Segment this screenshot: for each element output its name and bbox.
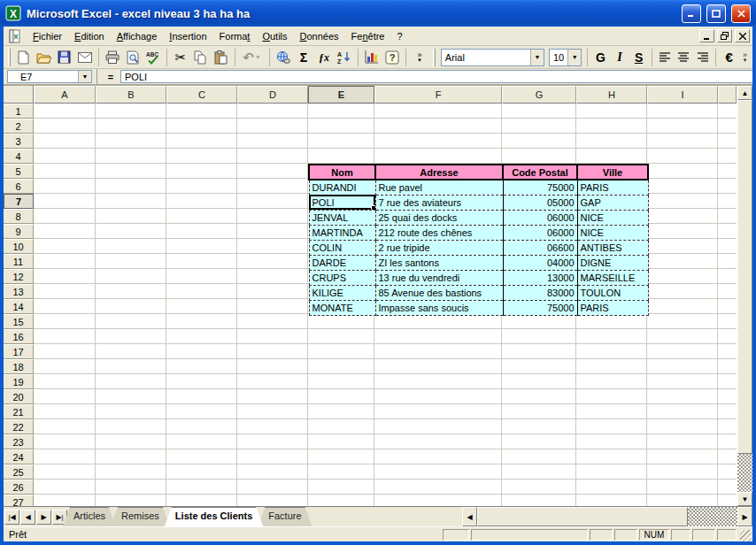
menu-affichage[interactable]: Affichage bbox=[111, 28, 164, 44]
font-size-dropdown-icon[interactable]: ▼ bbox=[567, 50, 581, 65]
cell[interactable]: MARTINDA bbox=[309, 225, 375, 240]
cell[interactable]: GAP bbox=[577, 195, 648, 210]
standard-toolbar-handle[interactable] bbox=[8, 49, 11, 66]
menu-?[interactable]: ? bbox=[391, 28, 409, 44]
font-name-combo[interactable]: Arial ▼ bbox=[441, 49, 544, 66]
hyperlink-icon[interactable] bbox=[274, 48, 293, 67]
help-icon[interactable]: ? bbox=[382, 48, 402, 67]
close-button[interactable] bbox=[731, 4, 751, 23]
row-header-5[interactable]: 5 bbox=[4, 164, 34, 179]
formatting-more-icon[interactable]: »▼ bbox=[739, 48, 751, 67]
function-icon[interactable]: ƒx bbox=[314, 48, 334, 67]
cell[interactable]: DIGNE bbox=[577, 255, 648, 270]
chart-icon[interactable] bbox=[362, 48, 382, 67]
row-header-7[interactable]: 7 bbox=[4, 194, 34, 209]
column-header-h[interactable]: H bbox=[576, 86, 647, 104]
row-header-1[interactable]: 1 bbox=[4, 104, 34, 119]
cell[interactable]: 06000 bbox=[503, 210, 577, 225]
horizontal-scroll-thumb[interactable] bbox=[477, 507, 688, 526]
cell[interactable]: POLI bbox=[309, 195, 375, 210]
horizontal-scroll-track[interactable] bbox=[688, 507, 737, 526]
row-header-6[interactable]: 6 bbox=[4, 179, 34, 194]
cell[interactable]: 75000 bbox=[503, 300, 577, 315]
row-header-15[interactable]: 15 bbox=[4, 314, 34, 329]
scroll-right-icon[interactable]: ▶ bbox=[737, 507, 752, 526]
table-header-ville[interactable]: Ville bbox=[577, 165, 648, 180]
first-sheet-icon[interactable]: |◀ bbox=[4, 510, 19, 525]
row-header-25[interactable]: 25 bbox=[4, 464, 34, 480]
minimize-button[interactable] bbox=[682, 4, 701, 23]
cell[interactable]: 212 route des chênes bbox=[375, 225, 503, 240]
cut-icon[interactable]: ✂ bbox=[171, 48, 190, 67]
undo-icon[interactable]: ↶▼ bbox=[239, 48, 266, 67]
sheet-tab-articles[interactable]: Articles bbox=[63, 507, 116, 526]
more-icon[interactable]: »▼ bbox=[410, 48, 429, 67]
formatting-toolbar-handle[interactable] bbox=[433, 49, 436, 66]
print-preview-icon[interactable] bbox=[123, 48, 143, 67]
table-header-code-postal[interactable]: Code Postal bbox=[503, 165, 577, 180]
resize-grip[interactable] bbox=[740, 530, 752, 541]
row-header-22[interactable]: 22 bbox=[4, 419, 34, 434]
email-icon[interactable] bbox=[75, 48, 95, 67]
autosum-icon[interactable]: Σ bbox=[294, 48, 313, 67]
cell[interactable]: 7 rue des aviateurs bbox=[375, 195, 503, 210]
row-header-13[interactable]: 13 bbox=[4, 284, 34, 299]
menu-donnes[interactable]: Données bbox=[294, 28, 345, 44]
workbook-restore-button[interactable] bbox=[717, 29, 732, 42]
workbook-minimize-button[interactable] bbox=[699, 29, 714, 42]
cell[interactable]: ANTIBES bbox=[577, 240, 648, 255]
table-header-nom[interactable]: Nom bbox=[309, 165, 375, 180]
row-header-19[interactable]: 19 bbox=[4, 374, 34, 389]
next-sheet-icon[interactable]: ▶ bbox=[36, 510, 51, 525]
name-box-dropdown-icon[interactable]: ▼ bbox=[78, 71, 91, 82]
font-size-combo[interactable]: 10 ▼ bbox=[549, 49, 582, 66]
name-box[interactable]: E7 ▼ bbox=[7, 70, 92, 83]
cells-grid[interactable]: NomAdresseCode PostalVilleDURANDIRue pav… bbox=[34, 104, 737, 506]
row-header-9[interactable]: 9 bbox=[4, 224, 34, 239]
cell[interactable]: TOULON bbox=[577, 285, 648, 300]
column-header-c[interactable]: C bbox=[166, 86, 237, 104]
cell[interactable]: DARDE bbox=[309, 255, 375, 270]
cell[interactable]: 06600 bbox=[503, 240, 577, 255]
column-header-e[interactable]: E bbox=[308, 86, 374, 104]
select-all-corner[interactable] bbox=[4, 86, 34, 104]
spelling-icon[interactable]: ABC bbox=[143, 48, 163, 67]
new-icon[interactable] bbox=[14, 48, 34, 67]
row-header-21[interactable]: 21 bbox=[4, 404, 34, 419]
menu-format[interactable]: Format bbox=[213, 28, 257, 44]
font-name-dropdown-icon[interactable]: ▼ bbox=[530, 50, 544, 65]
cell[interactable]: PARIS bbox=[577, 300, 648, 315]
align-left-button[interactable] bbox=[656, 48, 675, 67]
cell[interactable]: 05000 bbox=[503, 195, 577, 210]
row-header-11[interactable]: 11 bbox=[4, 254, 34, 269]
copy-icon[interactable] bbox=[191, 48, 211, 67]
menu-fichier[interactable]: Fichier bbox=[27, 28, 68, 44]
row-header-16[interactable]: 16 bbox=[4, 329, 34, 344]
row-header-3[interactable]: 3 bbox=[4, 134, 34, 149]
cell[interactable]: 13 rue du vendredi bbox=[375, 270, 503, 285]
column-header-d[interactable]: D bbox=[237, 86, 308, 104]
cell[interactable]: ZI les santons bbox=[375, 255, 503, 270]
row-header-17[interactable]: 17 bbox=[4, 344, 34, 359]
row-header-26[interactable]: 26 bbox=[4, 480, 34, 495]
cell[interactable]: Rue pavel bbox=[375, 180, 503, 195]
euro-button[interactable]: € bbox=[720, 48, 738, 67]
underline-button[interactable]: S bbox=[629, 48, 648, 67]
column-header-b[interactable]: B bbox=[96, 86, 166, 104]
open-icon[interactable] bbox=[35, 48, 54, 67]
cell[interactable]: COLIN bbox=[309, 240, 375, 255]
edit-formula-button[interactable]: = bbox=[101, 69, 120, 84]
cell[interactable]: DURANDI bbox=[309, 180, 375, 195]
vertical-scroll-thumb[interactable] bbox=[737, 100, 752, 454]
cell[interactable]: JENVAL bbox=[309, 210, 375, 225]
menu-fentre[interactable]: Fenêtre bbox=[345, 28, 391, 44]
vertical-scroll-track[interactable] bbox=[737, 454, 752, 492]
column-header-i[interactable]: I bbox=[647, 86, 718, 104]
workbook-close-button[interactable] bbox=[735, 29, 750, 42]
scroll-down-icon[interactable]: ▼ bbox=[737, 492, 752, 506]
prev-sheet-icon[interactable]: ◀ bbox=[20, 510, 35, 525]
cell[interactable]: KILIGE bbox=[309, 285, 375, 300]
sheet-tab-remises[interactable]: Remises bbox=[111, 507, 170, 526]
print-icon[interactable] bbox=[103, 48, 122, 67]
cell[interactable]: 83000 bbox=[503, 285, 577, 300]
